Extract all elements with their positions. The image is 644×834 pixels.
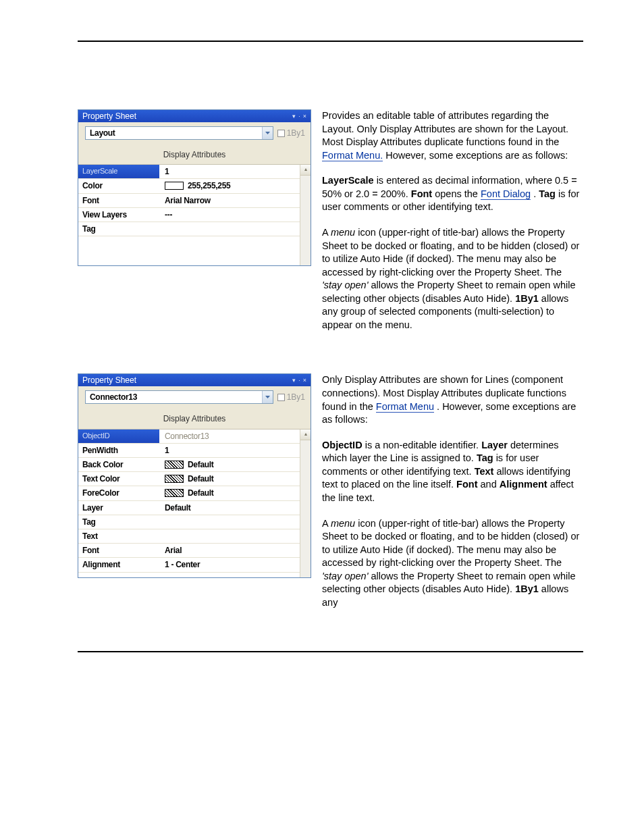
chevron-down-icon[interactable] bbox=[262, 127, 273, 139]
attr-value[interactable] bbox=[159, 222, 300, 236]
link-font-dialog[interactable]: Font Dialog bbox=[481, 188, 531, 200]
titlebar-controls[interactable]: ▾ · × bbox=[292, 376, 306, 384]
attribute-grid: LayerScale 1 Color 255,255,255 Font bbox=[78, 164, 311, 265]
checkbox-label: 1By1 bbox=[287, 128, 305, 138]
section-line: Property Sheet ▾ · × Connector13 bbox=[78, 373, 583, 610]
color-swatch[interactable] bbox=[165, 182, 184, 190]
scroll-track[interactable] bbox=[300, 176, 311, 265]
titlebar[interactable]: Property Sheet ▾ · × bbox=[78, 110, 311, 122]
attr-value[interactable]: 1 bbox=[159, 444, 300, 457]
color-swatch[interactable] bbox=[165, 461, 184, 469]
attr-name: Back Color bbox=[78, 458, 159, 471]
attr-name: Font bbox=[78, 544, 159, 557]
attr-value[interactable]: 1 bbox=[159, 165, 300, 178]
grid-row[interactable]: Tag bbox=[78, 515, 300, 529]
grid-row[interactable]: Alignment 1 - Center bbox=[78, 558, 300, 572]
checkbox-label: 1By1 bbox=[287, 392, 305, 402]
object-combo[interactable]: Layout bbox=[85, 126, 273, 140]
attr-value[interactable]: Default bbox=[159, 472, 300, 486]
scroll-track[interactable] bbox=[300, 440, 311, 577]
titlebar-controls[interactable]: ▾ · × bbox=[292, 112, 306, 120]
grid-row-selected[interactable]: ObjectID Connector13 bbox=[78, 429, 300, 444]
top-rule bbox=[78, 41, 583, 42]
grid-row[interactable]: Font Arial Narrow bbox=[78, 194, 300, 208]
attr-value[interactable] bbox=[159, 529, 300, 543]
property-sheet-layout: Property Sheet ▾ · × Layout bbox=[78, 109, 311, 266]
menu-icon[interactable]: ▾ bbox=[292, 112, 296, 120]
attr-value[interactable]: Default bbox=[159, 486, 300, 500]
chevron-down-icon[interactable] bbox=[262, 391, 273, 403]
grid-row-selected[interactable]: LayerScale 1 bbox=[78, 165, 300, 179]
bottom-rule bbox=[78, 651, 583, 652]
attr-value[interactable]: --- bbox=[159, 208, 300, 221]
color-swatch[interactable] bbox=[165, 489, 184, 497]
checkbox-1by1[interactable]: 1By1 bbox=[277, 392, 305, 402]
property-sheet-line: Property Sheet ▾ · × Connector13 bbox=[78, 373, 311, 577]
link-format-menu[interactable]: Format Menu bbox=[376, 401, 434, 413]
titlebar-text: Property Sheet bbox=[82, 111, 136, 122]
close-icon[interactable]: × bbox=[303, 376, 306, 384]
attr-name: View Layers bbox=[78, 208, 159, 221]
grid-row[interactable]: Font Arial bbox=[78, 544, 300, 558]
grid-row[interactable]: Text bbox=[78, 529, 300, 544]
combo-text: Connector13 bbox=[86, 392, 262, 402]
titlebar[interactable]: Property Sheet ▾ · × bbox=[78, 374, 311, 386]
close-icon[interactable]: × bbox=[303, 112, 306, 120]
scroll-up-icon[interactable]: ▴ bbox=[300, 429, 311, 440]
attr-value[interactable] bbox=[159, 515, 300, 529]
attr-value: Connector13 bbox=[159, 429, 300, 443]
pin-icon[interactable]: · bbox=[298, 376, 300, 384]
tab-header: Display Attributes bbox=[78, 409, 311, 428]
attribute-grid: ObjectID Connector13 PenWidth 1 Back Col… bbox=[78, 429, 311, 577]
scroll-up-icon[interactable]: ▴ bbox=[300, 165, 311, 176]
attr-value[interactable]: 255,255,255 bbox=[159, 179, 300, 192]
attr-name: ObjectID bbox=[78, 429, 159, 443]
grid-row[interactable]: Tag bbox=[78, 222, 300, 236]
attr-name: Alignment bbox=[78, 558, 159, 571]
grid-row[interactable]: Back Color Default bbox=[78, 458, 300, 472]
scrollbar[interactable]: ▴ bbox=[300, 429, 311, 577]
grid-row[interactable]: Text Color Default bbox=[78, 472, 300, 486]
attr-name: LayerScale bbox=[78, 165, 159, 178]
attr-value[interactable]: Default bbox=[159, 501, 300, 515]
attr-name: Text Color bbox=[78, 472, 159, 486]
grid-row[interactable]: Color 255,255,255 bbox=[78, 179, 300, 193]
attr-name: Text bbox=[78, 529, 159, 543]
attr-name: Layer bbox=[78, 501, 159, 515]
grid-row[interactable]: View Layers --- bbox=[78, 208, 300, 222]
titlebar-text: Property Sheet bbox=[82, 375, 136, 386]
section-layout: Property Sheet ▾ · × Layout bbox=[78, 109, 583, 333]
grid-row[interactable]: Layer Default bbox=[78, 501, 300, 515]
description-line: Only Display Attributes are shown for Li… bbox=[322, 373, 583, 610]
attr-name: PenWidth bbox=[78, 444, 159, 457]
checkbox-box[interactable] bbox=[277, 130, 285, 137]
grid-row[interactable]: PenWidth 1 bbox=[78, 444, 300, 458]
attr-name: Tag bbox=[78, 515, 159, 529]
checkbox-1by1[interactable]: 1By1 bbox=[277, 128, 305, 138]
attr-value[interactable]: Arial bbox=[159, 544, 300, 557]
color-swatch[interactable] bbox=[165, 475, 184, 483]
description-layout: Provides an editable table of attributes… bbox=[322, 109, 583, 333]
attr-value[interactable]: 1 - Center bbox=[159, 558, 300, 571]
tab-header: Display Attributes bbox=[78, 145, 311, 164]
combo-text: Layout bbox=[86, 128, 262, 138]
attr-value[interactable]: Arial Narrow bbox=[159, 194, 300, 207]
menu-icon[interactable]: ▾ bbox=[292, 376, 296, 384]
pin-icon[interactable]: · bbox=[298, 112, 300, 120]
attr-value[interactable]: Default bbox=[159, 458, 300, 471]
grid-row[interactable]: ForeColor Default bbox=[78, 486, 300, 500]
attr-name: ForeColor bbox=[78, 486, 159, 500]
checkbox-box[interactable] bbox=[277, 394, 285, 401]
link-format-menu[interactable]: Format Menu. bbox=[322, 150, 383, 161]
attr-name: Color bbox=[78, 179, 159, 192]
attr-name: Tag bbox=[78, 222, 159, 236]
attr-name: Font bbox=[78, 194, 159, 207]
object-combo[interactable]: Connector13 bbox=[85, 390, 273, 404]
scrollbar[interactable]: ▴ bbox=[300, 165, 311, 265]
